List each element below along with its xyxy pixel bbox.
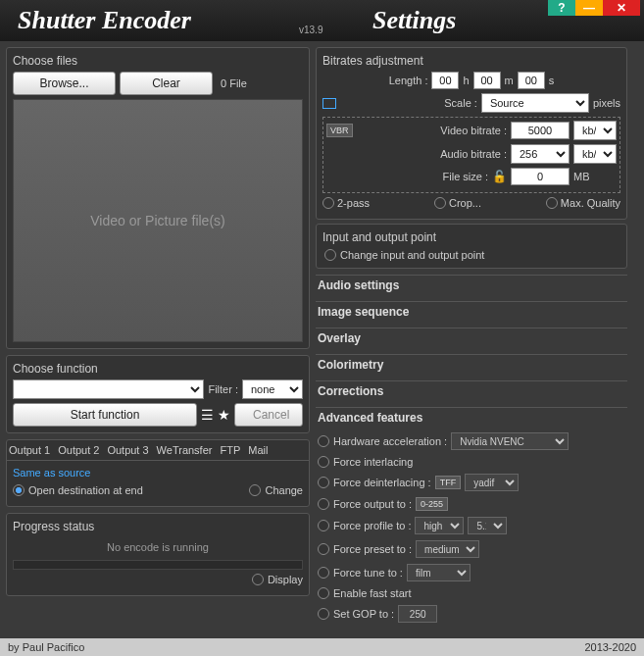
bitrates-panel: Bitrates adjustment Length : h m s Scale… xyxy=(316,47,627,220)
m-label: m xyxy=(505,75,514,86)
advanced-title: Advanced features xyxy=(316,407,627,428)
length-h[interactable] xyxy=(431,72,459,89)
profile-radio[interactable] xyxy=(318,520,329,531)
tune-label: Force tune to : xyxy=(333,567,403,579)
s-label: s xyxy=(549,75,555,86)
app-title: Shutter Encoder xyxy=(18,6,191,35)
video-bitrate-unit[interactable]: kb/s xyxy=(573,121,617,140)
menu-icon[interactable]: ☰ xyxy=(201,407,214,423)
profile-label: Force profile to : xyxy=(333,520,411,531)
help-button[interactable]: ? xyxy=(548,0,575,16)
output-to-radio[interactable] xyxy=(318,498,329,510)
crop-label: Crop... xyxy=(449,197,481,209)
filesize-label: File size : xyxy=(443,171,488,182)
deinterlacing-label: Force deinterlacing : xyxy=(333,477,431,488)
choose-function-panel: Choose function Filter : none Start func… xyxy=(6,355,310,433)
close-button[interactable]: ✕ xyxy=(603,0,640,16)
open-dest-label: Open destination at end xyxy=(28,484,143,496)
preset-radio[interactable] xyxy=(318,543,329,555)
scale-label: Scale : xyxy=(444,97,477,109)
video-bitrate-input[interactable] xyxy=(511,122,570,139)
choose-function-title: Choose function xyxy=(13,362,303,376)
deinterlacing-radio[interactable] xyxy=(318,477,329,488)
length-m[interactable] xyxy=(473,72,501,89)
audio-bitrate-input[interactable]: 256 xyxy=(511,144,570,164)
twopass-label: 2-pass xyxy=(337,197,370,209)
image-seq-section[interactable]: Image sequence xyxy=(316,301,627,322)
browse-button[interactable]: Browse... xyxy=(13,72,116,95)
open-dest-radio[interactable] xyxy=(13,484,25,496)
tff-badge[interactable]: TFF xyxy=(435,476,462,489)
file-list-placeholder: Video or Picture file(s) xyxy=(90,213,224,228)
start-function-button[interactable]: Start function xyxy=(13,403,197,427)
tab-ftp[interactable]: FTP xyxy=(220,444,240,456)
profile-select[interactable]: high xyxy=(415,517,464,534)
cancel-button[interactable]: Cancel xyxy=(234,403,303,427)
tab-output2[interactable]: Output 2 xyxy=(58,444,99,456)
maxq-radio[interactable] xyxy=(546,197,558,209)
overlay-section[interactable]: Overlay xyxy=(316,328,627,348)
function-select[interactable] xyxy=(13,379,204,399)
gop-label: Set GOP to : xyxy=(333,608,394,620)
crop-radio[interactable] xyxy=(434,197,446,209)
output-to-val[interactable]: 0-255 xyxy=(416,497,448,511)
tab-output3[interactable]: Output 3 xyxy=(107,444,148,456)
maxq-label: Max. Quality xyxy=(561,197,620,209)
display-radio[interactable] xyxy=(252,574,264,585)
hw-accel-select[interactable]: Nvidia NVENC xyxy=(451,432,569,450)
gop-radio[interactable] xyxy=(318,608,329,620)
twopass-radio[interactable] xyxy=(322,197,334,209)
audio-bitrate-label: Audio bitrate : xyxy=(440,148,507,160)
io-change-label: Change input and output point xyxy=(340,249,484,261)
filter-select[interactable]: none xyxy=(242,379,303,399)
footer-years: 2013-2020 xyxy=(584,641,636,653)
length-label: Length : xyxy=(389,75,428,86)
output-to-label: Force output to : xyxy=(333,498,412,510)
hw-accel-label: Hardware acceleration : xyxy=(333,435,447,447)
video-bitrate-label: Video bitrate : xyxy=(440,125,507,136)
same-as-source[interactable]: Same as source xyxy=(13,467,303,479)
colorimetry-section[interactable]: Colorimetry xyxy=(316,354,627,375)
deinterlacing-select[interactable]: yadif xyxy=(465,474,519,491)
bitrates-title: Bitrates adjustment xyxy=(322,54,620,68)
io-change-radio[interactable] xyxy=(324,249,336,261)
hw-accel-radio[interactable] xyxy=(318,435,329,447)
interlacing-radio[interactable] xyxy=(318,456,329,468)
tab-wetransfer[interactable]: WeTransfer xyxy=(157,444,213,456)
clear-button[interactable]: Clear xyxy=(120,72,213,95)
tune-radio[interactable] xyxy=(318,567,329,579)
interlacing-label: Force interlacing xyxy=(333,456,413,468)
profile-level-select[interactable]: 5.1 xyxy=(468,517,507,534)
app-version: v13.9 xyxy=(299,25,322,35)
io-point-panel: Input and output point Change input and … xyxy=(316,224,627,269)
filter-label: Filter : xyxy=(208,383,238,395)
tune-select[interactable]: film xyxy=(407,564,471,581)
length-s[interactable] xyxy=(518,72,545,89)
preset-select[interactable]: medium xyxy=(416,540,479,558)
minimize-button[interactable]: — xyxy=(575,0,603,16)
audio-bitrate-unit[interactable]: kb/s xyxy=(573,144,617,164)
change-radio[interactable] xyxy=(249,484,261,496)
tab-mail[interactable]: Mail xyxy=(248,444,268,456)
footer-author: by Paul Pacifico xyxy=(8,641,84,653)
scale-select[interactable]: Source xyxy=(481,93,589,113)
gop-input[interactable] xyxy=(398,605,437,623)
fast-start-radio[interactable] xyxy=(318,587,329,599)
change-label: Change xyxy=(265,484,303,496)
audio-section[interactable]: Audio settings xyxy=(316,275,627,295)
lock-icon[interactable]: 🔓 xyxy=(492,170,507,183)
vbr-badge[interactable]: VBR xyxy=(326,124,353,137)
choose-files-panel: Choose files Browse... Clear 0 File Vide… xyxy=(6,47,310,349)
favorite-icon[interactable]: ★ xyxy=(218,407,230,423)
filesize-input[interactable] xyxy=(511,168,570,185)
progress-title: Progress status xyxy=(13,520,303,533)
preset-label: Force preset to : xyxy=(333,543,412,555)
fast-start-label: Enable fast start xyxy=(333,587,412,599)
choose-files-title: Choose files xyxy=(13,54,303,68)
file-list[interactable]: Video or Picture file(s) xyxy=(13,99,303,342)
corrections-section[interactable]: Corrections xyxy=(316,380,627,401)
mb-label: MB xyxy=(573,171,617,182)
file-count: 0 File xyxy=(221,77,247,89)
progress-panel: Progress status No encode is running Dis… xyxy=(6,513,310,596)
tab-output1[interactable]: Output 1 xyxy=(9,444,50,456)
